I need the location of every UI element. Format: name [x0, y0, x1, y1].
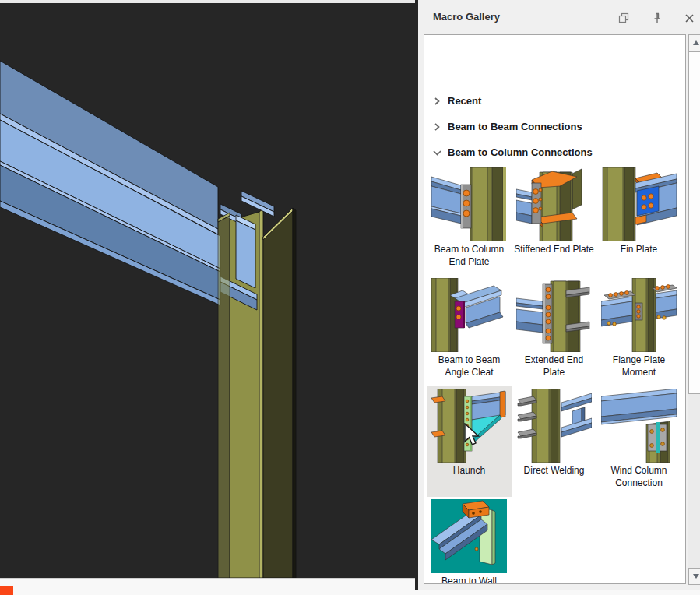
arrow-up-icon [693, 40, 699, 45]
gallery-content: Recent Beam to Beam Connections Beam to … [424, 34, 686, 584]
macro-item-beam-to-column-end-plate[interactable]: Beam to Column End Plate [427, 165, 512, 276]
macro-item-label: Direct Welding [514, 464, 594, 477]
macro-item-label: Flange Plate Moment [599, 354, 679, 378]
macro-gallery-panel: Macro Gallery [415, 0, 700, 590]
arrow-down-icon [693, 574, 699, 579]
macro-item-stiffened-end-plate[interactable]: Stiffened End Plate [512, 165, 596, 276]
panel-header: Macro Gallery [418, 0, 700, 34]
section-beam-to-beam[interactable]: Beam to Beam Connections [424, 114, 685, 139]
chevron-right-icon [432, 97, 441, 106]
brand-logo [0, 586, 13, 595]
macro-item-label: Wind Column Connection [599, 464, 679, 489]
macro-thumbnail [516, 389, 592, 463]
scroll-up-button[interactable] [688, 34, 700, 51]
macro-thumbnail [431, 499, 507, 573]
gallery-top-spacer [424, 35, 685, 88]
mouse-cursor-icon [463, 423, 482, 448]
section-label: Beam to Beam Connections [448, 121, 582, 132]
scrollbar-thumb[interactable] [688, 51, 700, 394]
close-panel-button[interactable] [683, 12, 695, 24]
application-window: Macro Gallery [0, 0, 700, 595]
macro-item-wind-column-connection[interactable]: Wind Column Connection [596, 386, 681, 497]
macro-item-flange-plate-moment[interactable]: Flange Plate Moment [596, 276, 681, 386]
close-icon [684, 13, 695, 23]
section-recent[interactable]: Recent [424, 88, 685, 114]
macro-item-label: Beam to Wall [429, 575, 509, 584]
macro-item-beam-to-beam-angle-cleat[interactable]: Beam to Beam Angle Cleat [427, 276, 512, 386]
column-near-flange-3d [218, 213, 230, 578]
macro-item-label: Stiffened End Plate [514, 243, 594, 255]
panel-title: Macro Gallery [433, 11, 500, 23]
macro-thumbnail [601, 167, 677, 241]
model-viewport-3d[interactable] [0, 3, 415, 578]
macro-thumbnail [516, 278, 592, 352]
macro-item-beam-to-wall[interactable]: Beam to Wall [427, 497, 512, 584]
pin-icon [653, 12, 662, 24]
macro-thumbnail [431, 278, 507, 352]
macro-item-fin-plate[interactable]: Fin Plate [596, 165, 681, 276]
model-3d-scene [0, 3, 415, 578]
macro-item-extended-end-plate[interactable]: Extended End Plate [512, 276, 596, 386]
float-window-button[interactable] [617, 12, 630, 24]
section-beam-to-column[interactable]: Beam to Column Connections [424, 139, 685, 165]
macro-item-label: Beam to Beam Angle Cleat [429, 354, 509, 378]
macro-thumbnail [601, 389, 677, 463]
macro-thumbnail [431, 167, 507, 241]
macro-item-label: Extended End Plate [514, 354, 594, 378]
macro-thumbnail [601, 278, 677, 352]
chevron-down-icon [432, 148, 441, 157]
macro-item-direct-welding[interactable]: Direct Welding [512, 386, 596, 497]
chevron-right-icon [432, 122, 441, 132]
scroll-down-button[interactable] [688, 568, 700, 585]
macro-item-label: Fin Plate [599, 243, 679, 255]
section-label: Recent [448, 95, 481, 107]
pin-panel-button[interactable] [651, 12, 663, 24]
macro-grid: Beam to Column End Plate [427, 165, 685, 584]
gallery-scrollbar[interactable] [688, 34, 700, 585]
macro-thumbnail [516, 167, 592, 241]
float-window-icon [618, 12, 629, 23]
macro-item-label: Beam to Column End Plate [429, 243, 509, 268]
macro-item-label: Haunch [429, 464, 509, 477]
section-label: Beam to Column Connections [448, 146, 593, 158]
